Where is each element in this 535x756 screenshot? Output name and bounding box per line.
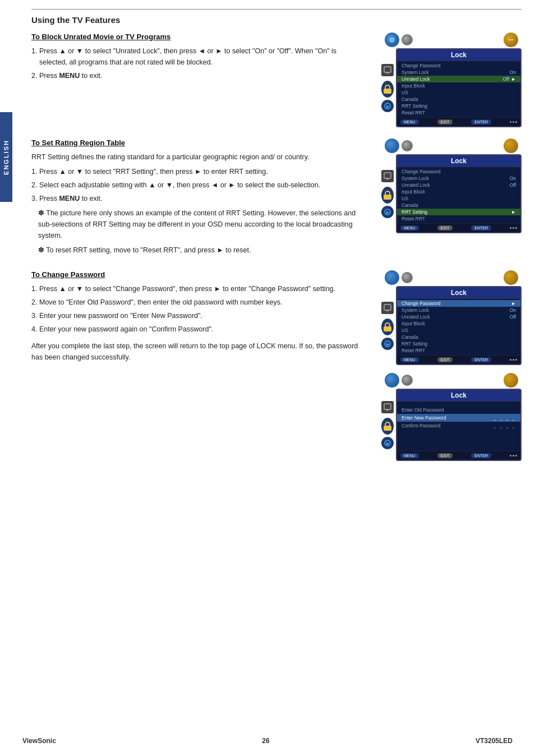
svg-rect-13 [386, 409, 389, 411]
tv-screen-4: ▶ Lock Enter Old Password Enter New Pass… [381, 373, 522, 461]
tv2-menu: Change Password System LockOn Unrated Lo… [397, 167, 520, 223]
section3-step2: Move to "Enter Old Password", then enter… [39, 297, 359, 308]
tv4-menu: Enter Old Password Enter New Password_ _… [397, 402, 520, 451]
section3-text: To Change Password Press ▲ or ▼ to selec… [31, 270, 359, 461]
tv2-item-syslock: System LockOn [397, 175, 520, 182]
svg-rect-9 [386, 310, 389, 311]
tv3-enter-btn: ENTER [471, 357, 491, 362]
tv2-icon-mid [402, 140, 413, 151]
section2-step1: Press ▲ or ▼ to select "RRT Setting", th… [39, 166, 359, 177]
tv4-icon-mid [402, 375, 413, 386]
tv3-item-inputblock: Input Block [397, 320, 520, 327]
tv1-item-inputblock: Input Block [397, 82, 520, 89]
tv2-enter-btn: ENTER [471, 225, 491, 231]
tv3-bottom-bar: MENU EXIT ENTER [397, 355, 520, 364]
tv3-exit-btn: EXIT [437, 357, 453, 362]
tv1-item-syslock: System LockOn [397, 69, 520, 76]
tv1-speaker [510, 119, 517, 125]
tv4-item-newpw: Enter New Password_ _ _ _ [397, 414, 520, 422]
tv4-side-icon-1 [381, 401, 394, 413]
tv4-bottom-bar: MENU EXIT ENTER [397, 451, 520, 460]
section-change-password: To Change Password Press ▲ or ▼ to selec… [31, 270, 522, 461]
tv-display-2: Lock Change Password System LockOn Unrat… [396, 154, 522, 233]
tv3-item-changepw: Change Password► [397, 300, 520, 307]
tv3-item-us: US [397, 327, 520, 334]
tv-screen-1-body: ▶ Lock Change Password System LockOn Unr… [381, 48, 522, 127]
tv1-item-changepw: Change Password [397, 62, 520, 69]
tv4-item-oldpw: Enter Old Password [397, 406, 520, 414]
section-rrt: To Set Rating Region Table RRT Setting d… [31, 139, 522, 259]
tv1-enter-btn: ENTER [471, 119, 491, 125]
tv-screen-3: ▶ Lock Change Password► System LockOn Un… [381, 270, 522, 365]
tv3-side-icon-2 [381, 319, 394, 335]
section3-step3: Enter your new password on "Enter New Pa… [39, 310, 359, 321]
tv-icon-right [504, 33, 518, 47]
tv4-enter-btn: ENTER [471, 453, 491, 458]
tv1-lock-title: Lock [451, 51, 467, 59]
section1-text: To Block Unrated Movie or TV Programs Pr… [31, 33, 359, 127]
tv-icon-left [385, 33, 399, 47]
side-tab-label: ENGLISH [3, 140, 10, 175]
tv4-lock-title: Lock [451, 391, 467, 399]
tv2-item-unrated: Unrated LockOff [397, 182, 520, 188]
tv3-item-resetrrt: Reset RRT [397, 347, 520, 354]
tv2-item-us: US [397, 195, 520, 202]
tv4-speaker [510, 453, 517, 458]
section3-step1: Press ▲ or ▼ to select "Change Password"… [39, 283, 359, 294]
section1-title: To Block Unrated Movie or TV Programs [31, 33, 359, 41]
tv-display-1: Lock Change Password System LockOn Unrat… [396, 48, 522, 127]
tv4-item-confirmpw: Confirm Password_ _ _ _ [397, 422, 520, 430]
tv2-item-inputblock: Input Block [397, 188, 520, 195]
section1-step2: Press MENU to exit. [39, 70, 359, 81]
tv-side-icon-2 [381, 81, 394, 98]
tv-side-icons: ▶ [381, 48, 394, 127]
tv1-item-resetrrt: Reset RRT [397, 109, 520, 116]
tv1-item-rrtsetting: RRT Setting [397, 103, 520, 109]
tv-screen-1: ▶ Lock Change Password System LockOn Unr… [381, 33, 522, 127]
tv-screen-4-body: ▶ Lock Enter Old Password Enter New Pass… [381, 389, 522, 461]
svg-text:▶: ▶ [386, 342, 390, 346]
tv4-exit-btn: EXIT [437, 453, 453, 458]
tv1-menu-btn: MENU [400, 119, 419, 125]
section2-step2: Select each adjustable setting with ▲ or… [39, 179, 359, 191]
tv4-menu-btn: MENU [400, 453, 419, 458]
section3-after: After you complete the last step, the sc… [31, 340, 359, 363]
tv1-item-us: US [397, 89, 520, 96]
tv2-bottom-bar: MENU EXIT ENTER [397, 223, 520, 232]
tv4-icon-left [385, 373, 399, 388]
tv2-item-canada: Canada [397, 202, 520, 209]
tv3-item-unrated: Unrated LockOff [397, 314, 520, 320]
tv3-menu-btn: MENU [400, 357, 419, 362]
section2-note1: ✽ The picture here only shows an example… [38, 208, 359, 241]
svg-rect-5 [386, 178, 389, 179]
tv4-icon-right [504, 373, 518, 388]
tv2-exit-btn: EXIT [437, 225, 453, 231]
svg-text:▶: ▶ [386, 441, 390, 445]
svg-rect-4 [384, 173, 391, 178]
content-wrapper: Using the TV Features To Block Unrated M… [16, 0, 535, 481]
tv1-menu: Change Password System LockOn Unrated Lo… [397, 61, 520, 117]
tv3-icon-left [385, 270, 399, 285]
tv3-icon-right [504, 270, 518, 285]
tv3-item-canada: Canada [397, 334, 520, 340]
footer-page-number: 26 [262, 737, 269, 745]
tv2-item-rrtsetting: RRT Setting► [397, 209, 520, 215]
tv4-spacer [397, 430, 520, 446]
tv2-lock-title: Lock [451, 157, 467, 165]
tv-screen-2-body: ▶ Lock Change Password System LockOn Unr… [381, 154, 522, 233]
section3-title: To Change Password [31, 270, 359, 279]
page: ENGLISH Using the TV Features To Block U… [0, 0, 535, 756]
section2-text: To Set Rating Region Table RRT Setting d… [31, 139, 359, 259]
tv4-side-icons: ▶ [381, 389, 394, 461]
section1-body: Press ▲ or ▼ to select "Unrated Lock", t… [31, 45, 359, 81]
tv-screen-3-body: ▶ Lock Change Password► System LockOn Un… [381, 286, 522, 365]
section2-title: To Set Rating Region Table [31, 139, 359, 147]
tv3-item-rrtsetting: RRT Setting [397, 340, 520, 347]
section3-image: ▶ Lock Change Password► System LockOn Un… [370, 270, 522, 461]
tv-icon-mid [402, 34, 413, 45]
section2-intro: RRT Setting defines the rating standard … [31, 151, 359, 163]
tv2-side-icon-2 [381, 187, 394, 204]
side-tab: ENGLISH [0, 112, 12, 202]
svg-text:▶: ▶ [386, 210, 390, 214]
tv2-speaker [510, 225, 517, 231]
